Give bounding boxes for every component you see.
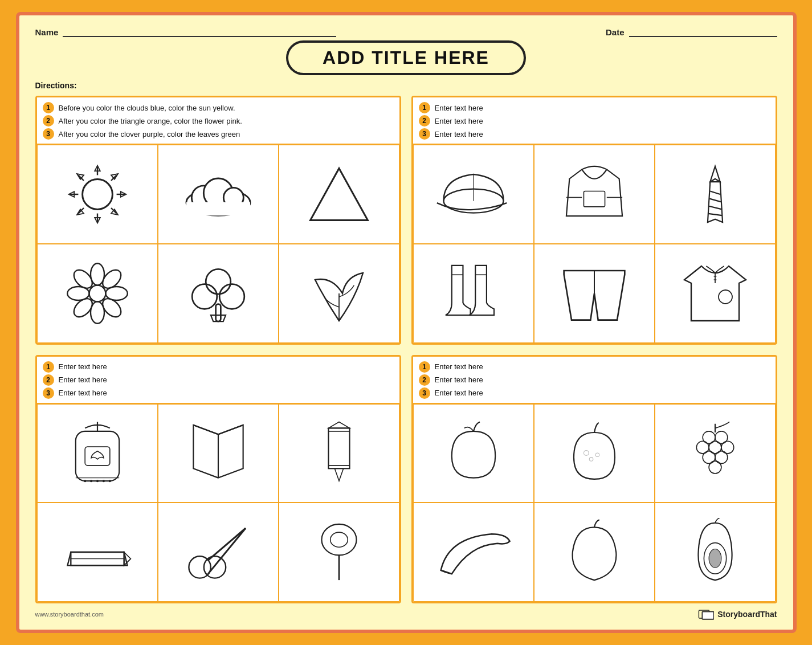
panels-grid: 1 Before you color the clouds blue, colo… [35, 96, 777, 603]
book-icon [178, 419, 258, 487]
panel-4-instr-3-text[interactable]: Enter text here [435, 389, 483, 397]
svg-point-33 [192, 284, 217, 309]
panel-1-instr-3: 3 After you color the clover purple, col… [43, 128, 394, 140]
svg-rect-40 [584, 191, 605, 206]
cell-backpack [37, 404, 158, 503]
panel-4-instr-1: 1 Enter text here [419, 361, 770, 373]
sun-icon [58, 160, 137, 228]
backpack-icon [58, 419, 137, 487]
svg-point-62 [102, 480, 104, 482]
directions-label: Directions: [35, 81, 777, 90]
date-field: Date [606, 27, 777, 37]
svg-point-83 [589, 458, 593, 462]
apple-green-icon [554, 419, 634, 487]
svg-rect-35 [215, 304, 221, 321]
boots-icon [434, 259, 513, 328]
panel-4-instr-2-text[interactable]: Enter text here [435, 375, 483, 384]
panel-2-instr-3-text[interactable]: Enter text here [435, 130, 483, 138]
panel-4-img-grid [413, 403, 776, 602]
tie-icon [675, 160, 755, 228]
cell-tie [655, 145, 776, 244]
panel-1-img-grid [37, 144, 399, 343]
svg-point-75 [203, 556, 225, 578]
worksheet-page: Name Date ADD TITLE HERE Directions: 1 B… [16, 12, 797, 633]
svg-marker-67 [328, 422, 349, 428]
panel-3-instr-1-text[interactable]: Enter text here [59, 362, 107, 371]
badge-1: 1 [43, 361, 54, 373]
cell-apple-red [413, 404, 534, 503]
badge-2: 2 [419, 374, 430, 386]
panel-2-instr-3: 3 Enter text here [419, 128, 770, 140]
svg-marker-36 [210, 315, 225, 321]
svg-point-81 [330, 532, 348, 547]
cell-boots [413, 244, 534, 343]
svg-point-93 [709, 462, 721, 474]
svg-point-78 [321, 524, 356, 556]
title-box: ADD TITLE HERE [35, 40, 777, 75]
badge-1: 1 [419, 361, 430, 373]
panel-1-instr-1-text: Before you color the clouds blue, color … [59, 104, 235, 112]
svg-rect-55 [75, 431, 119, 481]
panel-1-instr-1: 1 Before you color the clouds blue, colo… [43, 102, 394, 113]
svg-marker-22 [310, 168, 368, 220]
cell-mango [534, 503, 655, 602]
polo-icon [675, 259, 755, 328]
cell-scissors [158, 503, 279, 602]
brand-area: StoryboardThat [698, 608, 777, 620]
panel-2-instr-1-text[interactable]: Enter text here [435, 104, 483, 112]
svg-point-0 [82, 179, 112, 209]
cell-hoodie [534, 145, 655, 244]
panel-2-instr-2-text[interactable]: Enter text here [435, 117, 483, 125]
pencil-icon [299, 419, 379, 487]
badge-2: 2 [419, 115, 430, 126]
svg-point-59 [84, 480, 86, 482]
badge-3: 3 [419, 128, 430, 140]
flower-icon [58, 259, 137, 328]
panel-1-instr-3-text: After you color the clover purple, color… [59, 130, 240, 138]
svg-marker-65 [334, 469, 343, 481]
panel-3-img-grid [37, 403, 399, 602]
panel-3-instr-3-text[interactable]: Enter text here [59, 389, 107, 397]
svg-point-63 [108, 480, 111, 482]
date-underline [629, 27, 777, 37]
cell-avocado [655, 503, 776, 602]
website-url: www.storyboardthat.com [35, 611, 104, 618]
grapes-icon [675, 419, 755, 487]
header-row: Name Date [35, 27, 777, 37]
svg-point-82 [584, 451, 589, 456]
cell-clover [158, 244, 279, 343]
badge-3: 3 [419, 387, 430, 399]
svg-point-32 [206, 269, 231, 294]
panel-2-instr-1: 1 Enter text here [419, 102, 770, 113]
svg-point-95 [709, 549, 721, 568]
panel-2: 1 Enter text here 2 Enter text here 3 En… [411, 96, 777, 345]
scissors-icon [178, 518, 258, 586]
svg-line-77 [208, 528, 246, 574]
badge-1: 1 [43, 102, 54, 113]
cell-triangle [279, 145, 399, 244]
cell-banana [413, 503, 534, 602]
badge-1: 1 [419, 102, 430, 113]
panel-3-instr-2-text[interactable]: Enter text here [59, 375, 107, 384]
leaves-icon [299, 259, 379, 328]
name-underline [63, 27, 336, 37]
banana-icon [434, 518, 513, 586]
panel-2-img-grid [413, 144, 776, 343]
cell-crayon [37, 503, 158, 602]
svg-line-48 [708, 214, 722, 215]
svg-point-61 [96, 480, 98, 482]
name-field: Name [35, 27, 337, 37]
panel-4-instr-1-text[interactable]: Enter text here [435, 362, 483, 371]
svg-point-54 [719, 290, 732, 304]
pushpin-icon [299, 518, 379, 586]
page-footer: www.storyboardthat.com StoryboardThat [35, 608, 777, 620]
cell-pushpin [279, 503, 399, 602]
svg-rect-98 [703, 613, 713, 619]
worksheet-title[interactable]: ADD TITLE HERE [286, 40, 526, 75]
panel-3-instructions: 1 Enter text here 2 Enter text here 3 En… [37, 357, 399, 403]
svg-point-84 [595, 453, 599, 457]
svg-rect-56 [85, 447, 110, 466]
svg-line-46 [709, 199, 721, 202]
cell-flower [37, 244, 158, 343]
svg-point-60 [89, 480, 92, 482]
